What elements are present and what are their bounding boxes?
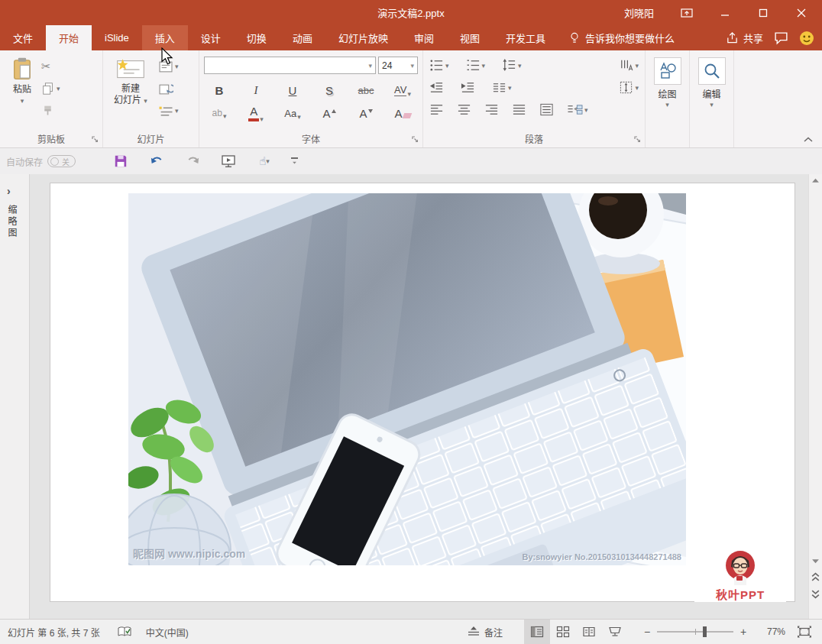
align-text-dropdown-arrow[interactable]: ▾ — [635, 86, 639, 90]
clear-formatting-button[interactable]: A — [393, 107, 412, 120]
cut-button[interactable]: ✂ — [41, 59, 60, 74]
highlight-dropdown-arrow[interactable]: ▾ — [223, 114, 227, 118]
close-button[interactable] — [785, 0, 817, 25]
paste-dropdown-arrow[interactable]: ▾ — [21, 99, 24, 103]
new-slide-dropdown-arrow[interactable]: ▾ — [144, 97, 147, 105]
change-case-button[interactable]: Aa▾ — [283, 108, 302, 119]
font-name-dropdown-arrow[interactable]: ▾ — [368, 63, 372, 68]
scroll-down-arrow-icon[interactable] — [811, 557, 820, 565]
zoom-out-button[interactable]: − — [640, 626, 654, 638]
undo-button[interactable] — [145, 151, 168, 171]
section-dropdown-arrow[interactable]: ▾ — [175, 108, 179, 113]
spell-check-button[interactable] — [117, 626, 132, 638]
previous-slide-icon[interactable] — [811, 572, 820, 582]
bold-button[interactable]: B — [210, 84, 228, 97]
tab-islide[interactable]: iSlide — [92, 25, 142, 50]
font-size-combobox[interactable]: 24▾ — [378, 57, 418, 74]
char-spacing-dropdown-arrow[interactable]: ▾ — [407, 92, 411, 96]
save-button[interactable] — [109, 151, 132, 171]
bullets-dropdown-arrow[interactable]: ▾ — [445, 63, 449, 68]
decrease-indent-button[interactable] — [429, 80, 444, 95]
slide-layout-button[interactable]: ▾ — [158, 59, 179, 74]
layout-dropdown-arrow[interactable]: ▾ — [175, 64, 179, 69]
increase-indent-button[interactable] — [461, 80, 475, 95]
drawing-dropdown-arrow[interactable]: ▾ — [665, 102, 669, 107]
clipboard-dialog-launcher[interactable] — [91, 135, 100, 144]
notes-button[interactable]: 备注 — [467, 626, 503, 639]
change-case-dropdown-arrow[interactable]: ▾ — [297, 115, 301, 119]
font-color-dropdown-arrow[interactable]: ▾ — [260, 117, 264, 121]
tab-transitions[interactable]: 切换 — [234, 25, 280, 50]
touch-mouse-mode-button[interactable]: ☝▾ — [253, 151, 276, 171]
comments-icon[interactable] — [774, 31, 788, 45]
bullets-button[interactable]: ▾ — [429, 58, 449, 73]
tab-slideshow[interactable]: 幻灯片放映 — [325, 25, 401, 50]
text-direction-button[interactable]: ▾ — [619, 58, 639, 73]
editing-dropdown-arrow[interactable]: ▾ — [710, 102, 714, 107]
align-center-button[interactable] — [457, 102, 471, 117]
font-color-button[interactable]: A▾ — [247, 105, 265, 121]
text-direction-dropdown-arrow[interactable]: ▾ — [635, 63, 639, 68]
vertical-scrollbar[interactable] — [808, 174, 822, 619]
slide-photo[interactable]: 昵图网 www.nipic.com By:snowyier No.2015031… — [128, 193, 686, 565]
reset-slide-button[interactable] — [158, 81, 179, 96]
format-painter-button[interactable] — [41, 103, 60, 118]
align-right-button[interactable] — [484, 102, 499, 117]
zoom-slider-thumb[interactable] — [703, 626, 707, 637]
language-indicator[interactable]: 中文(中国) — [146, 626, 189, 639]
redo-button[interactable] — [181, 151, 204, 171]
justify-button[interactable] — [512, 102, 526, 117]
paste-button[interactable]: 粘贴 ▾ — [8, 54, 37, 132]
scroll-up-button[interactable] — [811, 176, 820, 185]
copy-button[interactable]: ▾ — [41, 81, 60, 96]
columns-dropdown-arrow[interactable]: ▾ — [508, 86, 512, 90]
smiley-feedback-icon[interactable] — [799, 31, 814, 46]
slide-number-indicator[interactable]: 幻灯片 第 6 张, 共 7 张 — [8, 626, 100, 639]
underline-button[interactable]: U — [283, 84, 302, 97]
shrink-font-button[interactable]: A — [357, 107, 375, 120]
tab-file[interactable]: 文件 — [0, 25, 46, 50]
maximize-button[interactable] — [747, 0, 779, 25]
numbering-button[interactable]: ▾ — [466, 58, 486, 73]
slide-canvas[interactable]: 昵图网 www.nipic.com By:snowyier No.2015031… — [50, 183, 794, 601]
character-spacing-button[interactable]: AV▾ — [393, 84, 412, 96]
zoom-in-button[interactable]: + — [736, 626, 750, 638]
share-button[interactable]: 共享 — [726, 31, 763, 45]
font-name-combobox[interactable]: ▾ — [204, 57, 376, 74]
tab-insert[interactable]: 插入 — [142, 25, 188, 50]
font-dialog-launcher[interactable] — [411, 135, 420, 144]
touch-mode-dropdown-arrow[interactable]: ▾ — [266, 159, 270, 163]
drawing-button[interactable]: 绘图 ▾ — [654, 54, 681, 132]
collapse-ribbon-button[interactable] — [804, 137, 813, 143]
start-slideshow-button[interactable] — [217, 151, 240, 171]
font-size-dropdown-arrow[interactable]: ▾ — [410, 63, 414, 68]
align-left-button[interactable] — [429, 102, 444, 117]
convert-smartart-button[interactable]: ▾ — [567, 102, 588, 117]
editing-button[interactable]: 编辑 ▾ — [698, 54, 726, 132]
next-slide-icon[interactable] — [811, 589, 820, 599]
customize-qat-button[interactable] — [291, 157, 298, 165]
autosave-control[interactable]: 自动保存 关 — [6, 155, 76, 168]
columns-button[interactable]: ▾ — [492, 80, 512, 95]
italic-button[interactable]: I — [247, 84, 265, 97]
numbering-dropdown-arrow[interactable]: ▾ — [482, 63, 486, 68]
view-reading-button[interactable] — [576, 620, 602, 644]
tab-design[interactable]: 设计 — [188, 25, 234, 50]
zoom-slider-track[interactable] — [657, 631, 733, 633]
grow-font-button[interactable]: A — [320, 107, 338, 120]
view-slide-sorter-button[interactable] — [550, 620, 576, 644]
smartart-dropdown-arrow[interactable]: ▾ — [584, 108, 588, 112]
tell-me-box[interactable]: 告诉我你想要做什么 — [558, 25, 685, 50]
thumbnail-pane-collapsed[interactable]: › 缩略图 — [0, 174, 30, 619]
tab-developer[interactable]: 开发工具 — [493, 25, 558, 50]
line-spacing-dropdown-arrow[interactable]: ▾ — [518, 63, 522, 68]
align-text-button[interactable]: ▾ — [619, 80, 639, 95]
paragraph-dialog-launcher[interactable] — [633, 135, 642, 144]
ribbon-display-options-button[interactable] — [671, 0, 703, 25]
tab-review[interactable]: 审阅 — [401, 25, 447, 50]
tab-home[interactable]: 开始 — [46, 25, 92, 50]
highlight-button[interactable]: ab▾ — [210, 108, 228, 118]
section-button[interactable]: ▾ — [158, 103, 179, 118]
view-slideshow-button[interactable] — [602, 620, 628, 644]
zoom-percentage[interactable]: 77% — [755, 626, 785, 637]
